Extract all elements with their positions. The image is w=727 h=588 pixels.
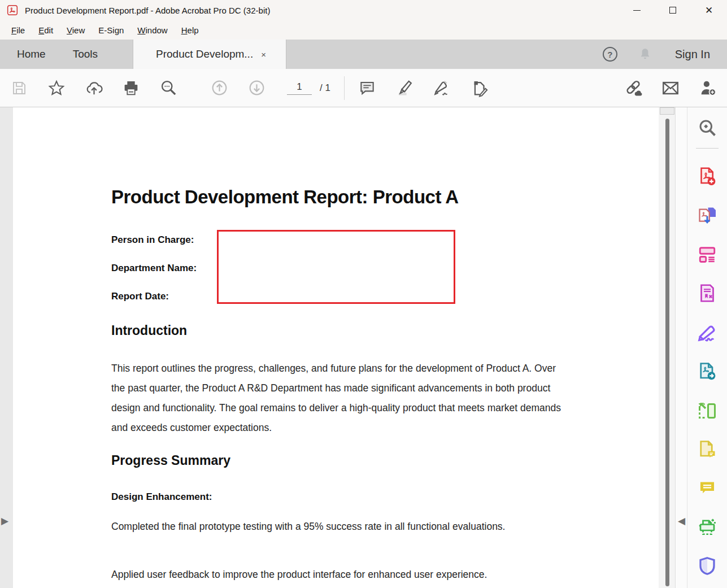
pdf-page: Product Development Report: Product A Pe…: [13, 107, 659, 588]
sign-in-button[interactable]: Sign In: [675, 48, 710, 61]
progress-heading: Progress Summary: [111, 453, 230, 468]
page-number-input[interactable]: 1: [287, 81, 312, 95]
tools-panel: [687, 107, 727, 588]
menu-help[interactable]: Help: [175, 23, 206, 37]
quick-toolbar: 1 / 1: [0, 69, 727, 107]
acrobat-pdf-logo-icon: [7, 5, 18, 16]
intro-paragraph: This report outlines the progress, chall…: [111, 359, 563, 438]
scrollbar-top-box[interactable]: [660, 107, 674, 115]
tab-document[interactable]: Product Developm... ×: [133, 40, 286, 69]
field-person-in-charge: Person in Charge:: [111, 234, 194, 246]
page-down-icon[interactable]: [245, 77, 268, 99]
help-icon[interactable]: ?: [603, 47, 617, 62]
minimize-icon[interactable]: [619, 0, 655, 20]
tab-document-label: Product Developm...: [156, 48, 253, 60]
organize-pages-icon[interactable]: [695, 243, 720, 265]
document-area: ▶ Product Development Report: Product A …: [0, 107, 727, 588]
design-point: Completed the final prototype testing wi…: [111, 517, 518, 537]
red-annotation-box[interactable]: [217, 230, 455, 304]
fill-and-sign-icon[interactable]: [695, 321, 720, 343]
fill-sign-pen-icon[interactable]: [430, 77, 453, 99]
right-panel-collapse-icon[interactable]: ◀: [678, 515, 685, 527]
tab-close-icon[interactable]: ×: [261, 50, 266, 59]
highlight-icon[interactable]: [393, 77, 416, 99]
intro-heading: Introduction: [111, 323, 187, 338]
left-panel-expand-icon[interactable]: ▶: [1, 515, 8, 527]
review-comments-icon[interactable]: [695, 438, 720, 460]
share-link-icon[interactable]: [622, 77, 645, 99]
comment-icon[interactable]: [356, 77, 378, 99]
page-count-label: / 1: [320, 82, 330, 94]
toolbar-divider: [344, 76, 345, 100]
maximize-icon[interactable]: [655, 0, 691, 20]
star-favorite-icon[interactable]: [45, 77, 68, 99]
notification-bell-icon[interactable]: [638, 47, 652, 62]
person-add-icon[interactable]: [696, 77, 719, 99]
tab-tools[interactable]: Tools: [59, 40, 111, 69]
tab-bar: Home Tools Product Developm... × ? Sign …: [0, 40, 727, 69]
find-zoom-icon[interactable]: [157, 77, 180, 99]
cloud-upload-icon[interactable]: [82, 77, 105, 99]
edit-pdf-icon[interactable]: [695, 282, 720, 304]
print-production-icon[interactable]: [695, 516, 720, 538]
page-up-icon[interactable]: [208, 77, 230, 99]
window-title: Product Development Report.pdf - Adobe A…: [25, 6, 270, 15]
print-icon[interactable]: [120, 77, 142, 99]
comment-bubble-icon[interactable]: [695, 477, 720, 499]
close-icon[interactable]: ✕: [691, 0, 727, 20]
menu-view[interactable]: View: [60, 23, 92, 37]
menu-esign[interactable]: E-Sign: [92, 23, 130, 37]
window-controls: ✕: [619, 0, 727, 20]
email-icon[interactable]: [659, 77, 682, 99]
crop-pages-icon[interactable]: [695, 399, 720, 421]
toolbar-right-group: [622, 77, 719, 99]
menu-file[interactable]: File: [5, 23, 32, 37]
scrollbar-thumb[interactable]: [665, 119, 669, 586]
send-for-review-icon[interactable]: [695, 360, 720, 382]
doc-title: Product Development Report: Product A: [111, 186, 459, 208]
tabbar-right-group: ? Sign In: [603, 40, 727, 69]
menu-window[interactable]: Window: [130, 23, 174, 37]
field-department-name: Department Name:: [111, 263, 197, 274]
tools-panel-divider: [696, 148, 719, 149]
export-pdf-icon[interactable]: [695, 204, 720, 227]
field-report-date: Report Date:: [111, 291, 169, 302]
protect-icon[interactable]: [695, 555, 720, 577]
custom-stamp-icon[interactable]: [468, 77, 490, 99]
design-subheading: Design Enhancement:: [111, 491, 212, 503]
tab-home[interactable]: Home: [3, 40, 59, 69]
menu-edit[interactable]: Edit: [32, 23, 60, 37]
search-tools-icon[interactable]: [695, 116, 720, 139]
title-bar: Product Development Report.pdf - Adobe A…: [0, 0, 727, 20]
save-icon[interactable]: [8, 77, 31, 99]
create-pdf-icon[interactable]: [695, 165, 720, 188]
menu-bar: File Edit View E-Sign Window Help: [0, 20, 727, 40]
vertical-scrollbar[interactable]: [659, 107, 676, 588]
design-point: Applied user feedback to improve the pro…: [111, 565, 569, 585]
